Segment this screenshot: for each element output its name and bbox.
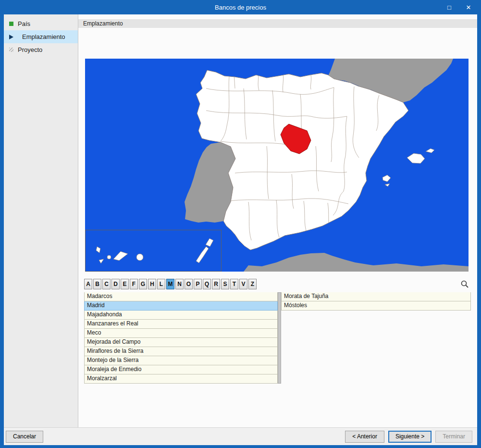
- municipality-item[interactable]: Miraflores de la Sierra: [84, 347, 278, 356]
- letter-button[interactable]: A: [84, 279, 92, 289]
- letter-filter-bar: A B C D E F G H: [84, 279, 257, 289]
- letter-button[interactable]: C: [102, 279, 111, 289]
- footer-bar: Cancelar < Anterior Siguiente > Terminar: [4, 427, 477, 445]
- footer-right-buttons: < Anterior Siguiente > Terminar: [345, 431, 472, 443]
- municipality-item[interactable]: Moraleja de Enmedio: [84, 365, 278, 374]
- municipality-item[interactable]: Manzanares el Real: [84, 320, 278, 329]
- spain-map[interactable]: [85, 59, 469, 272]
- municipality-item[interactable]: Madarcos: [84, 292, 278, 301]
- municipality-item[interactable]: Majadahonda: [84, 311, 278, 320]
- cancel-button[interactable]: Cancelar: [6, 431, 43, 443]
- letter-button[interactable]: T: [230, 279, 238, 289]
- section-header-label: Emplazamiento: [83, 20, 123, 27]
- finish-button: Terminar: [435, 431, 472, 443]
- municipality-item[interactable]: Mejorada del Campo: [84, 338, 278, 347]
- sidebar-item-emplazamiento[interactable]: Emplazamiento: [4, 30, 78, 43]
- letter-button[interactable]: E: [121, 279, 129, 289]
- pending-step-icon: [9, 48, 13, 52]
- window-title: Bancos de precios: [0, 4, 481, 11]
- municipality-item[interactable]: Montejo de la Sierra: [84, 356, 278, 365]
- section-header: Emplazamiento: [78, 19, 477, 28]
- letter-button[interactable]: Q: [203, 279, 211, 289]
- municipality-item[interactable]: Moralzarzal: [84, 374, 278, 384]
- letter-button[interactable]: B: [93, 279, 101, 289]
- close-button[interactable]: ✕: [459, 0, 478, 14]
- step-label: Emplazamiento: [22, 33, 65, 40]
- municipality-item[interactable]: Morata de Tajuña: [281, 292, 471, 301]
- municipality-item[interactable]: Madrid: [84, 301, 278, 311]
- letter-button[interactable]: N: [175, 279, 184, 289]
- letter-button[interactable]: Z: [248, 279, 257, 289]
- letter-button[interactable]: M: [166, 279, 174, 289]
- letter-button[interactable]: S: [221, 279, 229, 289]
- list-scrollbar[interactable]: [278, 292, 281, 384]
- municipality-column-1: Madarcos Madrid Majadahonda Manzanares e…: [84, 292, 278, 384]
- scrollbar-thumb[interactable]: [278, 293, 281, 383]
- letter-row: A B C D E F G H: [84, 279, 471, 289]
- sidebar-item-pais[interactable]: País: [4, 17, 78, 30]
- letter-button[interactable]: P: [194, 279, 202, 289]
- letter-button[interactable]: L: [157, 279, 165, 289]
- search-button[interactable]: [459, 279, 470, 289]
- letter-button[interactable]: D: [111, 279, 120, 289]
- letter-button[interactable]: G: [139, 279, 147, 289]
- letter-button[interactable]: R: [212, 279, 220, 289]
- previous-button[interactable]: < Anterior: [345, 431, 384, 443]
- wizard-steps-sidebar: País Emplazamiento Proyecto: [4, 14, 78, 427]
- current-step-arrow-icon: [9, 35, 18, 39]
- letter-button[interactable]: F: [130, 279, 138, 289]
- municipality-item[interactable]: Meco: [84, 329, 278, 338]
- step-label: Proyecto: [18, 46, 42, 53]
- letter-button[interactable]: O: [185, 279, 193, 289]
- main-panel: Emplazamiento: [78, 14, 477, 427]
- titlebar[interactable]: Bancos de precios □ ✕: [0, 0, 481, 14]
- letter-button[interactable]: V: [239, 279, 247, 289]
- completed-step-icon: [9, 22, 13, 26]
- sidebar-item-proyecto[interactable]: Proyecto: [4, 43, 78, 56]
- step-label: País: [18, 20, 30, 27]
- close-icon: ✕: [466, 4, 471, 11]
- municipality-column-2: Morata de Tajuña Móstoles: [281, 292, 471, 384]
- municipality-list: Madarcos Madrid Majadahonda Manzanares e…: [84, 292, 471, 384]
- next-button[interactable]: Siguiente >: [388, 431, 432, 443]
- search-icon: [460, 280, 469, 288]
- window-controls: □ ✕: [440, 0, 481, 14]
- wizard-window: Bancos de precios □ ✕ País Emplazamiento…: [0, 0, 481, 448]
- maximize-icon: □: [447, 4, 451, 11]
- app-body: País Emplazamiento Proyecto Emplazamient…: [4, 14, 477, 427]
- maximize-button[interactable]: □: [440, 0, 459, 14]
- letter-button[interactable]: H: [148, 279, 156, 289]
- municipality-item[interactable]: Móstoles: [281, 301, 471, 311]
